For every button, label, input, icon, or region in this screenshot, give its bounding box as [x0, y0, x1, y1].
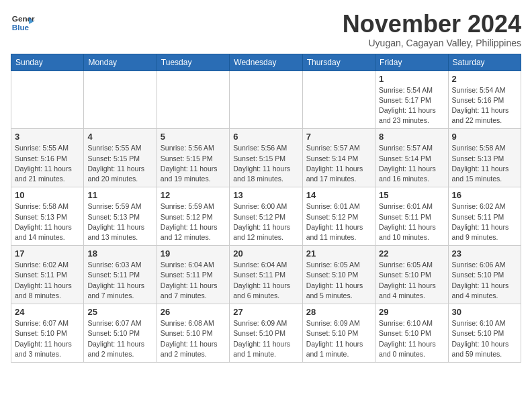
calendar-week-3: 10Sunrise: 5:58 AMSunset: 5:13 PMDayligh…	[11, 187, 521, 246]
calendar-cell: 30Sunrise: 6:10 AMSunset: 5:10 PMDayligh…	[448, 304, 521, 363]
day-number: 30	[452, 307, 517, 317]
day-number: 2	[452, 74, 517, 84]
calendar-cell: 5Sunrise: 5:56 AMSunset: 5:15 PMDaylight…	[157, 129, 229, 187]
day-number: 26	[161, 307, 226, 317]
day-info: Sunrise: 6:05 AMSunset: 5:10 PMDaylight:…	[379, 260, 444, 301]
day-number: 6	[233, 132, 298, 142]
title-block: November 2024 Uyugan, Cagayan Valley, Ph…	[343, 11, 521, 48]
weekday-header-thursday: Thursday	[302, 54, 375, 71]
day-number: 14	[306, 190, 371, 200]
calendar-cell	[230, 71, 302, 129]
day-number: 18	[87, 248, 152, 259]
weekday-header-sunday: Sunday	[11, 54, 84, 71]
calendar-cell: 4Sunrise: 5:55 AMSunset: 5:15 PMDaylight…	[84, 129, 157, 187]
day-number: 7	[306, 132, 371, 142]
weekday-header-monday: Monday	[84, 54, 157, 71]
day-info: Sunrise: 6:01 AMSunset: 5:11 PMDaylight:…	[379, 201, 444, 242]
calendar-week-5: 24Sunrise: 6:07 AMSunset: 5:10 PMDayligh…	[11, 304, 521, 363]
day-number: 15	[379, 190, 444, 200]
calendar-cell	[157, 71, 229, 129]
day-info: Sunrise: 5:56 AMSunset: 5:15 PMDaylight:…	[233, 143, 298, 184]
calendar-cell: 6Sunrise: 5:56 AMSunset: 5:15 PMDaylight…	[230, 129, 302, 187]
day-number: 10	[15, 190, 80, 200]
calendar-cell: 1Sunrise: 5:54 AMSunset: 5:17 PMDaylight…	[375, 71, 448, 129]
day-number: 19	[161, 248, 226, 259]
calendar-cell	[11, 71, 84, 129]
day-number: 20	[233, 248, 298, 259]
calendar-week-2: 3Sunrise: 5:55 AMSunset: 5:16 PMDaylight…	[11, 129, 521, 187]
logo: General Blue	[11, 11, 35, 35]
day-number: 9	[452, 132, 517, 142]
day-info: Sunrise: 5:59 AMSunset: 5:12 PMDaylight:…	[161, 201, 226, 242]
day-info: Sunrise: 5:58 AMSunset: 5:13 PMDaylight:…	[15, 201, 80, 242]
calendar-cell: 24Sunrise: 6:07 AMSunset: 5:10 PMDayligh…	[11, 304, 84, 363]
day-info: Sunrise: 5:54 AMSunset: 5:16 PMDaylight:…	[452, 85, 517, 126]
day-number: 22	[379, 248, 444, 259]
svg-text:Blue: Blue	[12, 23, 30, 32]
calendar-cell: 10Sunrise: 5:58 AMSunset: 5:13 PMDayligh…	[11, 187, 84, 246]
calendar-cell: 11Sunrise: 5:59 AMSunset: 5:13 PMDayligh…	[84, 187, 157, 246]
calendar-cell: 8Sunrise: 5:57 AMSunset: 5:14 PMDaylight…	[375, 129, 448, 187]
day-number: 12	[161, 190, 226, 200]
location: Uyugan, Cagayan Valley, Philippines	[343, 38, 521, 48]
day-number: 3	[15, 132, 80, 142]
weekday-header-friday: Friday	[375, 54, 448, 71]
calendar-week-1: 1Sunrise: 5:54 AMSunset: 5:17 PMDaylight…	[11, 71, 521, 129]
calendar-cell: 23Sunrise: 6:06 AMSunset: 5:10 PMDayligh…	[448, 246, 521, 304]
day-info: Sunrise: 5:55 AMSunset: 5:15 PMDaylight:…	[87, 143, 152, 184]
day-info: Sunrise: 6:07 AMSunset: 5:10 PMDaylight:…	[15, 318, 80, 359]
calendar-cell: 26Sunrise: 6:08 AMSunset: 5:10 PMDayligh…	[157, 304, 229, 363]
calendar-table: SundayMondayTuesdayWednesdayThursdayFrid…	[11, 54, 521, 363]
page-header: General Blue November 2024 Uyugan, Cagay…	[11, 11, 521, 48]
day-info: Sunrise: 6:04 AMSunset: 5:11 PMDaylight:…	[161, 260, 226, 301]
day-number: 1	[379, 74, 444, 84]
calendar-cell: 16Sunrise: 6:02 AMSunset: 5:11 PMDayligh…	[448, 187, 521, 246]
weekday-header-tuesday: Tuesday	[157, 54, 229, 71]
calendar-cell: 28Sunrise: 6:09 AMSunset: 5:10 PMDayligh…	[302, 304, 375, 363]
logo-icon: General Blue	[11, 11, 35, 35]
day-info: Sunrise: 5:59 AMSunset: 5:13 PMDaylight:…	[87, 201, 152, 242]
day-number: 25	[87, 307, 152, 317]
day-number: 17	[15, 248, 80, 259]
day-info: Sunrise: 6:06 AMSunset: 5:10 PMDaylight:…	[452, 260, 517, 301]
calendar-cell: 2Sunrise: 5:54 AMSunset: 5:16 PMDaylight…	[448, 71, 521, 129]
day-info: Sunrise: 5:57 AMSunset: 5:14 PMDaylight:…	[379, 143, 444, 184]
calendar-cell: 14Sunrise: 6:01 AMSunset: 5:12 PMDayligh…	[302, 187, 375, 246]
day-number: 13	[233, 190, 298, 200]
calendar-cell: 7Sunrise: 5:57 AMSunset: 5:14 PMDaylight…	[302, 129, 375, 187]
calendar-cell: 15Sunrise: 6:01 AMSunset: 5:11 PMDayligh…	[375, 187, 448, 246]
day-info: Sunrise: 5:58 AMSunset: 5:13 PMDaylight:…	[452, 143, 517, 184]
day-info: Sunrise: 6:02 AMSunset: 5:11 PMDaylight:…	[15, 260, 80, 301]
day-number: 5	[161, 132, 226, 142]
day-number: 27	[233, 307, 298, 317]
day-info: Sunrise: 6:00 AMSunset: 5:12 PMDaylight:…	[233, 201, 298, 242]
day-info: Sunrise: 5:56 AMSunset: 5:15 PMDaylight:…	[161, 143, 226, 184]
day-info: Sunrise: 6:09 AMSunset: 5:10 PMDaylight:…	[233, 318, 298, 359]
day-info: Sunrise: 6:02 AMSunset: 5:11 PMDaylight:…	[452, 201, 517, 242]
day-info: Sunrise: 6:08 AMSunset: 5:10 PMDaylight:…	[161, 318, 226, 359]
day-number: 4	[87, 132, 152, 142]
calendar-cell: 29Sunrise: 6:10 AMSunset: 5:10 PMDayligh…	[375, 304, 448, 363]
day-number: 29	[379, 307, 444, 317]
day-info: Sunrise: 6:01 AMSunset: 5:12 PMDaylight:…	[306, 201, 371, 242]
calendar-cell: 13Sunrise: 6:00 AMSunset: 5:12 PMDayligh…	[230, 187, 302, 246]
day-info: Sunrise: 5:54 AMSunset: 5:17 PMDaylight:…	[379, 85, 444, 126]
weekday-header-row: SundayMondayTuesdayWednesdayThursdayFrid…	[11, 54, 521, 71]
calendar-week-4: 17Sunrise: 6:02 AMSunset: 5:11 PMDayligh…	[11, 246, 521, 304]
day-info: Sunrise: 6:03 AMSunset: 5:11 PMDaylight:…	[87, 260, 152, 301]
calendar-cell: 18Sunrise: 6:03 AMSunset: 5:11 PMDayligh…	[84, 246, 157, 304]
day-info: Sunrise: 6:09 AMSunset: 5:10 PMDaylight:…	[306, 318, 371, 359]
day-info: Sunrise: 5:57 AMSunset: 5:14 PMDaylight:…	[306, 143, 371, 184]
calendar-cell: 17Sunrise: 6:02 AMSunset: 5:11 PMDayligh…	[11, 246, 84, 304]
day-number: 24	[15, 307, 80, 317]
calendar-cell: 19Sunrise: 6:04 AMSunset: 5:11 PMDayligh…	[157, 246, 229, 304]
calendar-cell	[302, 71, 375, 129]
calendar-cell: 22Sunrise: 6:05 AMSunset: 5:10 PMDayligh…	[375, 246, 448, 304]
calendar-cell	[84, 71, 157, 129]
day-number: 28	[306, 307, 371, 317]
day-number: 8	[379, 132, 444, 142]
day-info: Sunrise: 6:10 AMSunset: 5:10 PMDaylight:…	[379, 318, 444, 359]
day-number: 21	[306, 248, 371, 259]
calendar-cell: 21Sunrise: 6:05 AMSunset: 5:10 PMDayligh…	[302, 246, 375, 304]
day-info: Sunrise: 6:07 AMSunset: 5:10 PMDaylight:…	[87, 318, 152, 359]
